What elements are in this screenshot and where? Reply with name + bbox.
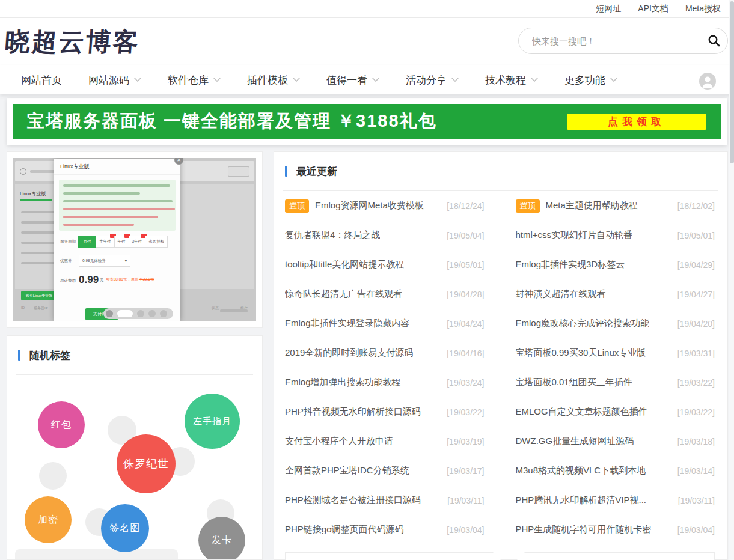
pinned-badge[interactable]: 置顶	[516, 199, 540, 213]
recent-list-item: PHP生成随机字符可用作随机卡密 [19/03/04]	[516, 515, 715, 544]
nav-item[interactable]: 网站源码	[88, 73, 141, 87]
chevron-down-icon	[293, 78, 300, 82]
page-scrollbar[interactable]	[729, 0, 734, 560]
article-link[interactable]: PHP检测域名是否被注册接口源码	[285, 495, 421, 506]
recent-list-item: 宝塔面板0.99买30天Linux专业版 [19/03/31]	[516, 338, 715, 368]
tag-bubble[interactable]	[39, 462, 67, 490]
article-date: [19/03/19]	[441, 437, 484, 446]
article-link[interactable]: PHP链接go调整页面代码源码	[285, 524, 404, 535]
nav-item[interactable]: 值得一看	[326, 73, 379, 87]
banner-claim-button[interactable]: 点我领取	[567, 114, 706, 130]
search-icon[interactable]	[701, 34, 727, 47]
nav-item[interactable]: 更多功能	[564, 73, 617, 87]
article-link[interactable]: M3u8格式的视频VLC下载到本地	[516, 465, 646, 476]
article-date: [19/03/04]	[671, 525, 715, 535]
carousel-dot[interactable]	[160, 310, 167, 317]
article-date: [19/04/27]	[671, 290, 715, 299]
baota-ad-banner[interactable]: 宝塔服务器面板 一键全能部署及管理 ￥3188礼包 点我领取	[13, 104, 721, 139]
article-link[interactable]: Emlog非插件实现3D标签云	[516, 259, 625, 270]
carousel-dot[interactable]	[106, 310, 113, 317]
main-nav: 网站首页 网站源码 软件仓库 插件模板 值得一看 活动分享 技术教程	[0, 65, 734, 94]
article-link[interactable]: PHP抖音视频无水印解析接口源码	[285, 406, 421, 418]
tags-section-header: 随机标签	[7, 336, 262, 374]
baota-screenshot: Linux专业版 购买Linux专业版 ID 服务器IP 状态 操作 ✕ Lin…	[13, 158, 256, 321]
carousel-dot[interactable]	[137, 310, 144, 317]
tag-bubble[interactable]: 发卡	[198, 517, 245, 559]
table-header-status: 状态	[212, 306, 219, 311]
recent-list-item: tooltip和title美化网站提示教程 [19/05/01]	[285, 250, 485, 279]
recent-list-item: 2019全新的即时到账易支付源码 [19/04/16]	[285, 338, 485, 368]
nav-item[interactable]: 软件仓库	[168, 73, 221, 87]
article-link[interactable]: 2019全新的即时到账易支付源码	[285, 347, 413, 359]
topbar-link[interactable]: 短网址	[596, 4, 621, 14]
article-link[interactable]: PHP生成随机字符可用作随机卡密	[516, 524, 652, 535]
tag-bubble[interactable]: 签名图	[101, 504, 149, 552]
topbar-link[interactable]: API文档	[638, 4, 668, 14]
chevron-down-icon	[610, 78, 617, 82]
panel-tab-label: Linux专业版	[20, 190, 46, 197]
article-link[interactable]: PHP腾讯无水印解析超清VIP视...	[516, 495, 647, 506]
nav-item-label: 软件仓库	[168, 73, 209, 87]
article-link[interactable]: html+css实现幻灯片自动轮番	[516, 230, 633, 241]
article-date: [19/03/11]	[672, 496, 715, 505]
site-logo[interactable]: 晓超云博客	[4, 25, 141, 59]
recent-list-item: 封神演义超清在线观看 [19/04/27]	[516, 279, 715, 309]
tag-bubble[interactable]: 红包	[38, 401, 85, 448]
article-link[interactable]: Emlog增加弹出搜索功能教程	[285, 377, 401, 388]
period-label: 服务周期	[60, 239, 79, 245]
nav-item[interactable]: 网站首页	[21, 73, 62, 87]
chevron-down-icon	[134, 78, 141, 82]
tag-bubble[interactable]: 加密	[25, 496, 72, 543]
nav-item[interactable]: 插件模板	[247, 73, 300, 87]
carousel-dot[interactable]	[148, 310, 156, 317]
article-date: [19/03/17]	[441, 466, 484, 476]
article-link[interactable]: 全网首款PHP宝塔IDC分销系统	[285, 465, 409, 476]
article-link[interactable]: Meta主题使用帮助教程	[546, 200, 638, 212]
modal-title: Linux专业版	[54, 159, 180, 175]
tags-section-title: 随机标签	[29, 348, 70, 362]
article-link[interactable]: 复仇者联盟4：终局之战	[285, 230, 380, 241]
article-link[interactable]: 宝塔面板0.99买30天Linux专业版	[516, 347, 646, 359]
article-date: [19/03/11]	[441, 496, 484, 505]
section-accent-bar	[285, 166, 287, 177]
carousel-dots[interactable]	[103, 308, 173, 319]
article-link[interactable]: Emlog资源网Meta收费模板	[315, 200, 424, 212]
article-link[interactable]: 宝塔面板0.01组团买三年插件	[516, 377, 632, 388]
recent-list-item: PHP腾讯无水印解析超清VIP视... [19/03/11]	[516, 485, 715, 515]
user-avatar-icon[interactable]	[699, 73, 716, 90]
article-link[interactable]: 支付宝小程序个人开放申请	[285, 436, 393, 447]
nav-item[interactable]: 技术教程	[485, 73, 538, 87]
nav-item[interactable]: 活动分享	[406, 73, 459, 87]
buy-button: 购买Linux专业版	[21, 291, 57, 300]
article-date: [19/03/14]	[671, 466, 715, 476]
pinned-badge[interactable]: 置顶	[285, 199, 309, 213]
topbar-link[interactable]: Meta授权	[685, 4, 721, 14]
recent-list-item: Emlog增加弹出搜索功能教程 [19/03/24]	[285, 368, 485, 397]
article-link[interactable]: EMLOG自定义文章标题颜色插件	[516, 406, 647, 418]
nav-item-label: 网站首页	[21, 73, 62, 87]
article-link[interactable]: tooltip和title美化网站提示教程	[285, 259, 404, 270]
recent-list-item: Emlog非插件实现3D标签云 [19/04/29]	[516, 250, 715, 279]
article-date: [18/12/02]	[671, 201, 715, 211]
carousel-card[interactable]: Linux专业版 购买Linux专业版 ID 服务器IP 状态 操作 ✕ Lin…	[7, 151, 263, 328]
random-tags-card: 随机标签 红包	[7, 335, 263, 560]
article-link[interactable]: 封神演义超清在线观看	[516, 288, 606, 300]
tag-bubble[interactable]: 侏罗纪世	[117, 434, 176, 493]
scrollbar-thumb[interactable]	[730, 1, 734, 163]
tag-bubble[interactable]: 左手指月	[185, 394, 240, 449]
person-icon	[20, 168, 26, 175]
recent-updates-card: 最近更新 置顶 Emlog资源网Meta收费模板 [18/12/24] 置顶 M…	[274, 151, 728, 560]
recent-section-header: 最近更新	[274, 152, 727, 190]
search-input[interactable]	[519, 36, 701, 46]
recent-list-item: EMLOG自定义文章标题颜色插件 [19/03/22]	[516, 397, 715, 427]
period-option: 永久授权	[145, 236, 168, 248]
article-link[interactable]: 惊奇队长超清无广告在线观看	[285, 288, 402, 300]
article-link[interactable]: Emlog非插件实现登录隐藏内容	[285, 318, 410, 329]
period-option: 3年付	[129, 236, 146, 248]
recent-list-item: html+css实现幻灯片自动轮番 [19/05/01]	[516, 221, 715, 250]
article-date: [19/04/28]	[441, 290, 484, 299]
article-link[interactable]: DWZ.GG批量生成短网址源码	[516, 436, 634, 447]
carousel-dot-active[interactable]	[117, 310, 133, 317]
recent-list-item: 宝塔面板0.01组团买三年插件 [19/03/22]	[516, 368, 715, 397]
article-link[interactable]: Emlog魔改核心完成评论搜索功能	[516, 318, 650, 329]
